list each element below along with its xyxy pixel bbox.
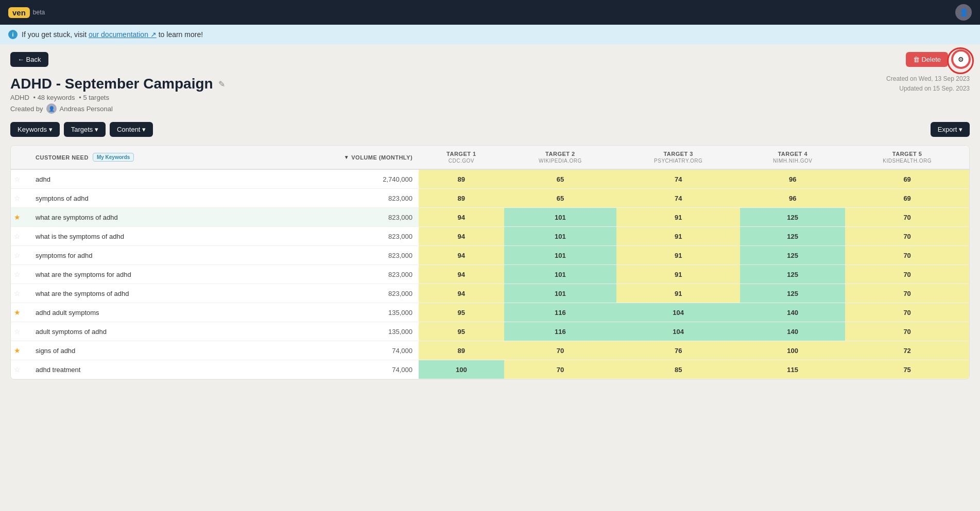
content-button[interactable]: Content ▾ <box>110 122 153 137</box>
table-row: ☆ adult symptoms of adhd 135,000 95 116 … <box>11 322 969 341</box>
created-by: Created by 👤 Andreas Personal <box>10 103 970 114</box>
star-cell[interactable]: ☆ <box>11 246 29 265</box>
star-icon[interactable]: ☆ <box>14 251 21 259</box>
target4-score: 125 <box>740 208 845 227</box>
settings-button[interactable]: ⚙ <box>952 50 970 68</box>
star-icon[interactable]: ★ <box>14 308 21 316</box>
table-row: ☆ what is the symptoms of adhd 823,000 9… <box>11 227 969 246</box>
campaign-title-row: ADHD - September Campaign ✎ Created on W… <box>10 74 970 94</box>
star-icon[interactable]: ☆ <box>14 270 21 278</box>
star-cell[interactable]: ☆ <box>11 189 29 208</box>
target4-score: 125 <box>740 246 845 265</box>
target1-score: 89 <box>419 169 504 189</box>
star-cell[interactable]: ☆ <box>11 360 29 379</box>
star-cell[interactable]: ★ <box>11 208 29 227</box>
back-button[interactable]: ← Back <box>10 52 48 67</box>
star-cell[interactable]: ☆ <box>11 265 29 284</box>
created-by-label: Created by <box>10 105 43 113</box>
star-icon[interactable]: ☆ <box>14 365 21 374</box>
star-icon[interactable]: ☆ <box>14 289 21 297</box>
target5-score: 70 <box>845 246 969 265</box>
keyword-cell: adult symptoms of adhd <box>29 322 254 341</box>
table-row: ☆ what are the symptoms of adhd 823,000 … <box>11 284 969 303</box>
volume-cell: 135,000 <box>254 303 419 322</box>
star-icon[interactable]: ☆ <box>14 232 21 240</box>
volume-cell: 823,000 <box>254 265 419 284</box>
top-navigation: ven beta 👤 <box>0 0 980 25</box>
keywords-button[interactable]: Keywords ▾ <box>10 122 60 137</box>
target5-score: 69 <box>845 169 969 189</box>
star-icon[interactable]: ☆ <box>14 175 21 183</box>
volume-cell: 823,000 <box>254 246 419 265</box>
targets-button[interactable]: Targets ▾ <box>64 122 106 137</box>
created-date: Created on Wed, 13 Sep 2023 <box>886 74 970 84</box>
logo: ven <box>8 7 30 18</box>
table-header-row: CUSTOMER NEED My Keywords ▼ VOLUME (MONT… <box>11 146 969 169</box>
campaign-meta: ADHD • 48 keywords • 5 targets <box>10 94 970 101</box>
target3-score: 74 <box>616 189 740 208</box>
edit-icon[interactable]: ✎ <box>218 79 225 89</box>
star-icon[interactable]: ☆ <box>14 327 21 336</box>
keywords-table: CUSTOMER NEED My Keywords ▼ VOLUME (MONT… <box>11 146 969 379</box>
volume-cell: 823,000 <box>254 227 419 246</box>
star-cell[interactable]: ☆ <box>11 284 29 303</box>
data-table-container: CUSTOMER NEED My Keywords ▼ VOLUME (MONT… <box>10 145 970 380</box>
logo-area: ven beta <box>8 7 45 18</box>
target5-score: 70 <box>845 265 969 284</box>
target3-score: 91 <box>616 227 740 246</box>
target5-score: 69 <box>845 189 969 208</box>
star-icon[interactable]: ★ <box>14 346 21 355</box>
action-bar: ← Back 🗑 Delete ⚙ <box>0 44 980 74</box>
target4-score: 125 <box>740 265 845 284</box>
volume-cell: 74,000 <box>254 360 419 379</box>
target1-score: 100 <box>419 360 504 379</box>
target4-score: 96 <box>740 189 845 208</box>
star-icon[interactable]: ☆ <box>14 194 21 202</box>
target1-score: 95 <box>419 303 504 322</box>
campaign-title: ADHD - September Campaign <box>10 76 213 92</box>
target2-score: 101 <box>504 265 617 284</box>
title-group: ADHD - September Campaign ✎ <box>10 76 225 92</box>
volume-cell: 2,740,000 <box>254 169 419 189</box>
keyword-cell: adhd treatment <box>29 360 254 379</box>
volume-cell: 823,000 <box>254 189 419 208</box>
user-avatar[interactable]: 👤 <box>955 4 972 21</box>
documentation-link[interactable]: our documentation ↗ <box>89 30 157 39</box>
updated-date: Updated on 15 Sep. 2023 <box>886 84 970 94</box>
target1-score: 94 <box>419 227 504 246</box>
star-cell[interactable]: ★ <box>11 341 29 360</box>
target5-header: TARGET 5 KIDSHEALTH.ORG <box>845 146 969 169</box>
target2-score: 101 <box>504 208 617 227</box>
target5-score: 70 <box>845 227 969 246</box>
export-button[interactable]: Export ▾ <box>931 122 970 137</box>
target4-score: 125 <box>740 284 845 303</box>
delete-button[interactable]: 🗑 Delete <box>906 52 948 67</box>
star-cell[interactable]: ★ <box>11 303 29 322</box>
target4-header: TARGET 4 NIMH.NIH.GOV <box>740 146 845 169</box>
creator-avatar: 👤 <box>46 103 57 114</box>
target1-score: 94 <box>419 246 504 265</box>
my-keywords-badge[interactable]: My Keywords <box>93 153 134 162</box>
volume-cell: 74,000 <box>254 341 419 360</box>
target1-score: 95 <box>419 322 504 341</box>
target4-score: 115 <box>740 360 845 379</box>
target2-score: 116 <box>504 322 617 341</box>
target1-score: 89 <box>419 341 504 360</box>
target1-score: 89 <box>419 189 504 208</box>
target4-score: 100 <box>740 341 845 360</box>
target5-score: 75 <box>845 360 969 379</box>
star-cell[interactable]: ☆ <box>11 169 29 189</box>
target3-header: TARGET 3 PSYCHIATRY.ORG <box>616 146 740 169</box>
table-row: ★ what are symptoms of adhd 823,000 94 1… <box>11 208 969 227</box>
target3-score: 91 <box>616 208 740 227</box>
toolbar-left: Keywords ▾ Targets ▾ Content ▾ <box>10 122 153 137</box>
star-cell[interactable]: ☆ <box>11 322 29 341</box>
target2-score: 65 <box>504 169 617 189</box>
customer-need-header: CUSTOMER NEED My Keywords <box>29 146 254 169</box>
table-body: ☆ adhd 2,740,000 89 65 74 96 69 ☆ sympto… <box>11 169 969 379</box>
sort-arrow: ▼ <box>344 154 349 160</box>
target5-score: 70 <box>845 303 969 322</box>
star-cell[interactable]: ☆ <box>11 227 29 246</box>
star-icon[interactable]: ★ <box>14 213 21 221</box>
targets-count: 5 targets <box>83 94 109 101</box>
